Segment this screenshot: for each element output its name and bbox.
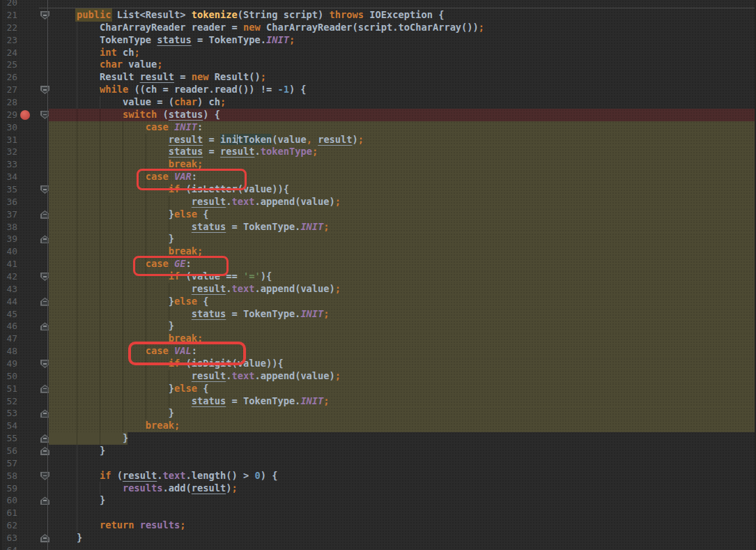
code-text[interactable]: result = initToken(value, result);	[54, 134, 756, 146]
code-text[interactable]: }	[54, 494, 756, 507]
code-text[interactable]: result.text.append(value);	[54, 196, 756, 208]
gutter[interactable]: 44	[0, 296, 49, 308]
line-number[interactable]: 29	[0, 109, 17, 121]
code-line[interactable]: 22 CharArrayReader reader = new CharArra…	[0, 22, 756, 34]
line-number[interactable]: 34	[0, 171, 17, 183]
line-number[interactable]: 59	[0, 482, 17, 495]
gutter[interactable]: 47	[0, 333, 49, 345]
line-number[interactable]: 53	[0, 407, 17, 420]
code-text[interactable]: status = TokenType.INIT;	[54, 221, 756, 234]
line-number[interactable]: 39	[0, 233, 17, 245]
line-number[interactable]: 46	[0, 320, 17, 333]
breakpoint-icon[interactable]	[20, 110, 30, 120]
code-text[interactable]: status = TokenType.INIT;	[54, 308, 756, 321]
gutter[interactable]: 55	[0, 432, 49, 445]
gutter[interactable]: 28	[0, 96, 49, 109]
code-text[interactable]: results.add(result);	[54, 482, 756, 495]
code-text[interactable]: }	[54, 407, 756, 420]
gutter[interactable]: 29	[0, 109, 49, 121]
line-number[interactable]: 57	[0, 457, 17, 470]
gutter[interactable]: 21	[0, 9, 49, 22]
gutter[interactable]: 53	[0, 407, 49, 420]
code-text[interactable]: char value;	[54, 59, 756, 71]
code-text[interactable]: case INIT:	[54, 121, 756, 134]
line-number[interactable]: 63	[0, 532, 17, 544]
line-number[interactable]: 33	[0, 158, 17, 171]
code-line[interactable]: 34 case VAR:	[0, 171, 756, 183]
line-number[interactable]: 48	[0, 345, 17, 358]
code-text[interactable]: result.text.append(value);	[54, 370, 756, 383]
code-line[interactable]: 31 result = initToken(value, result);	[0, 134, 756, 146]
gutter[interactable]: 62	[0, 519, 49, 532]
line-number[interactable]: 50	[0, 370, 17, 383]
line-number[interactable]: 27	[0, 84, 17, 96]
code-line[interactable]: 57	[0, 457, 756, 470]
gutter[interactable]: 45	[0, 308, 49, 321]
code-line[interactable]: 55 }	[0, 432, 756, 445]
gutter[interactable]: 26	[0, 71, 49, 84]
code-line[interactable]: 38 status = TokenType.INIT;	[0, 221, 756, 234]
code-text[interactable]: }	[54, 320, 756, 333]
code-line[interactable]: 39 }	[0, 233, 756, 245]
code-text[interactable]: return results;	[54, 519, 756, 532]
line-number[interactable]: 20	[0, 0, 17, 9]
gutter[interactable]: 56	[0, 445, 49, 457]
gutter[interactable]: 50	[0, 370, 49, 383]
gutter[interactable]: 34	[0, 171, 49, 183]
code-line[interactable]: 32 status = result.tokenType;	[0, 146, 756, 158]
code-line[interactable]: 41 case GE:	[0, 258, 756, 270]
code-line[interactable]: 26 Result result = new Result();	[0, 71, 756, 84]
line-number[interactable]: 52	[0, 395, 17, 408]
code-line[interactable]: 60 }	[0, 494, 756, 507]
code-line[interactable]: 64	[0, 544, 756, 550]
line-number[interactable]: 40	[0, 245, 17, 258]
code-text[interactable]: int ch;	[54, 47, 756, 59]
gutter[interactable]: 39	[0, 233, 49, 245]
gutter[interactable]: 43	[0, 283, 49, 296]
line-number[interactable]: 25	[0, 59, 17, 71]
code-line[interactable]: 37 }else {	[0, 208, 756, 221]
code-line[interactable]: 30 case INIT:	[0, 121, 756, 134]
code-text[interactable]: }else {	[54, 296, 756, 308]
gutter[interactable]: 32	[0, 146, 49, 158]
gutter[interactable]: 22	[0, 22, 49, 34]
line-number[interactable]: 61	[0, 507, 17, 519]
code-text[interactable]: }else {	[54, 208, 756, 221]
gutter[interactable]: 48	[0, 345, 49, 358]
code-line[interactable]: 27 while ((ch = reader.read()) != -1) {	[0, 84, 756, 96]
code-line[interactable]: 49 if (isDigit(value)){	[0, 358, 756, 370]
code-line[interactable]: 62 return results;	[0, 519, 756, 532]
code-line[interactable]: 56 }	[0, 445, 756, 457]
line-number[interactable]: 35	[0, 183, 17, 196]
code-text[interactable]: if (result.text.length() > 0) {	[54, 470, 756, 482]
code-line[interactable]: 43 result.text.append(value);	[0, 283, 756, 296]
line-number[interactable]: 56	[0, 445, 17, 457]
line-number[interactable]: 44	[0, 296, 17, 308]
line-number[interactable]: 28	[0, 96, 17, 109]
line-number[interactable]: 36	[0, 196, 17, 208]
code-text[interactable]: Result result = new Result();	[54, 71, 756, 84]
code-line[interactable]: 47 break;	[0, 333, 756, 345]
code-line[interactable]: 24 int ch;	[0, 47, 756, 59]
code-text[interactable]: switch (status) {	[54, 109, 756, 121]
gutter[interactable]: 38	[0, 221, 49, 234]
line-number[interactable]: 47	[0, 333, 17, 345]
code-line[interactable]: 51 }else {	[0, 383, 756, 395]
code-text[interactable]: }	[54, 432, 756, 445]
line-number[interactable]: 23	[0, 34, 17, 47]
code-line[interactable]: 35 if (isLetter(value)){	[0, 183, 756, 196]
gutter[interactable]: 49	[0, 358, 49, 370]
gutter[interactable]: 64	[0, 544, 49, 550]
line-number[interactable]: 51	[0, 383, 17, 395]
gutter[interactable]: 41	[0, 258, 49, 270]
line-number[interactable]: 26	[0, 71, 17, 84]
line-number[interactable]: 37	[0, 208, 17, 221]
code-line[interactable]: 59 results.add(result);	[0, 482, 756, 495]
code-text[interactable]: result.text.append(value);	[54, 283, 756, 296]
code-line[interactable]: 54 break;	[0, 420, 756, 432]
code-line[interactable]: 50 result.text.append(value);	[0, 370, 756, 383]
code-line[interactable]: 52 status = TokenType.INIT;	[0, 395, 756, 408]
code-line[interactable]: 23 TokenType status = TokenType.INIT;	[0, 34, 756, 47]
line-number[interactable]: 62	[0, 519, 17, 532]
gutter[interactable]: 23	[0, 34, 49, 47]
